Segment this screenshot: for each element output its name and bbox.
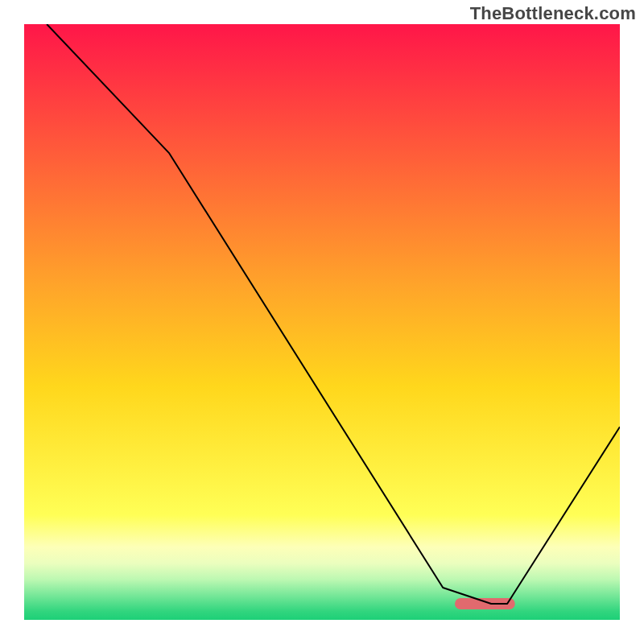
chart-plot — [24, 24, 620, 620]
gradient-background — [24, 24, 620, 620]
attribution-label: TheBottleneck.com — [470, 3, 636, 24]
chart-svg — [24, 24, 620, 620]
chart-stage: TheBottleneck.com — [0, 0, 644, 644]
